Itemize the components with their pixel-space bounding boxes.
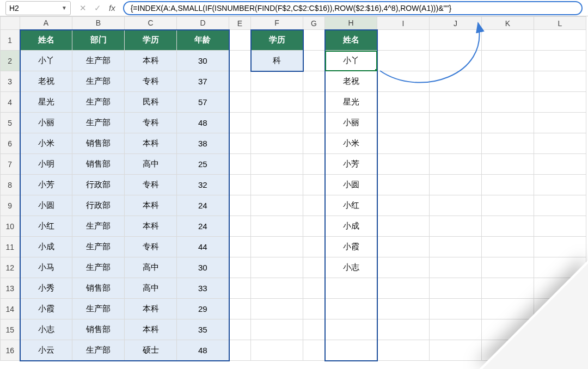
cell-H1[interactable]: 姓名 (325, 30, 377, 51)
cell-F16[interactable] (251, 340, 303, 361)
cell-L4[interactable] (534, 92, 586, 113)
cell-K5[interactable] (482, 113, 534, 133)
cell-D14[interactable]: 29 (177, 299, 229, 319)
cell-A9[interactable]: 小圆 (20, 195, 72, 216)
cell-E9[interactable] (229, 195, 251, 216)
cell-J2[interactable] (430, 51, 482, 71)
cell-A16[interactable]: 小云 (20, 340, 72, 361)
cell-D9[interactable]: 24 (177, 195, 229, 216)
cell-L16[interactable] (534, 340, 586, 361)
cell-C2[interactable]: 本科 (125, 51, 177, 71)
cell-G14[interactable] (303, 299, 325, 319)
cell-C6[interactable]: 本科 (125, 133, 177, 154)
cell-A12[interactable]: 小马 (20, 257, 72, 278)
cell-I9[interactable] (377, 195, 430, 216)
cell-H16[interactable] (325, 340, 377, 361)
cell-F9[interactable] (251, 195, 303, 216)
cell-G4[interactable] (303, 92, 325, 113)
cell-H15[interactable] (325, 319, 377, 340)
row-head-7[interactable]: 7 (1, 154, 20, 175)
cell-C10[interactable]: 本科 (125, 216, 177, 237)
cell-J11[interactable] (430, 237, 482, 257)
cell-E5[interactable] (229, 113, 251, 133)
cell-I11[interactable] (377, 237, 430, 257)
cell-C1[interactable]: 学历 (125, 30, 177, 51)
cell-C5[interactable]: 专科 (125, 113, 177, 133)
cell-E2[interactable] (229, 51, 251, 71)
cell-L15[interactable] (534, 319, 586, 340)
cell-L9[interactable] (534, 195, 586, 216)
cell-K11[interactable] (482, 237, 534, 257)
cell-E3[interactable] (229, 71, 251, 92)
cell-I6[interactable] (377, 133, 430, 154)
worksheet[interactable]: A B C D E F G H I J K L 1 姓名 部门 学历 年龄 学历… (0, 16, 588, 361)
cell-D13[interactable]: 33 (177, 278, 229, 299)
cell-B2[interactable]: 生产部 (72, 51, 125, 71)
cell-K14[interactable] (482, 299, 534, 319)
cell-B12[interactable]: 生产部 (72, 257, 125, 278)
col-head-G[interactable]: G (303, 17, 325, 30)
cell-E6[interactable] (229, 133, 251, 154)
cell-A2[interactable]: 小丫 (20, 51, 72, 71)
cell-G16[interactable] (303, 340, 325, 361)
cell-A7[interactable]: 小明 (20, 154, 72, 175)
cell-G7[interactable] (303, 154, 325, 175)
cell-J7[interactable] (430, 154, 482, 175)
row-head-13[interactable]: 13 (1, 278, 20, 299)
cell-A8[interactable]: 小芳 (20, 175, 72, 195)
cell-B11[interactable]: 生产部 (72, 237, 125, 257)
cell-H5[interactable]: 小丽 (325, 113, 377, 133)
cell-L14[interactable] (534, 299, 586, 319)
cell-J16[interactable] (430, 340, 482, 361)
col-head-J[interactable]: J (430, 17, 482, 30)
cell-F5[interactable] (251, 113, 303, 133)
cell-D15[interactable]: 35 (177, 319, 229, 340)
row-head-16[interactable]: 16 (1, 340, 20, 361)
cell-C4[interactable]: 民科 (125, 92, 177, 113)
col-head-K[interactable]: K (482, 17, 534, 30)
row-head-4[interactable]: 4 (1, 92, 20, 113)
col-head-H[interactable]: H (325, 17, 377, 30)
cell-D11[interactable]: 44 (177, 237, 229, 257)
name-box[interactable]: H2 ▼ (5, 1, 71, 15)
cell-D6[interactable]: 38 (177, 133, 229, 154)
cell-C9[interactable]: 本科 (125, 195, 177, 216)
cell-E11[interactable] (229, 237, 251, 257)
cell-L5[interactable] (534, 113, 586, 133)
row-head-6[interactable]: 6 (1, 133, 20, 154)
cell-B13[interactable]: 销售部 (72, 278, 125, 299)
cell-G12[interactable] (303, 257, 325, 278)
cell-H2[interactable]: 小丫 (325, 51, 377, 71)
cell-E7[interactable] (229, 154, 251, 175)
cell-I10[interactable] (377, 216, 430, 237)
cell-I3[interactable] (377, 71, 430, 92)
cell-K2[interactable] (482, 51, 534, 71)
confirm-icon[interactable]: ✓ (94, 3, 101, 13)
cell-F8[interactable] (251, 175, 303, 195)
col-head-F[interactable]: F (251, 17, 303, 30)
cell-I16[interactable] (377, 340, 430, 361)
row-head-12[interactable]: 12 (1, 257, 20, 278)
cell-F13[interactable] (251, 278, 303, 299)
cell-D3[interactable]: 37 (177, 71, 229, 92)
cell-I5[interactable] (377, 113, 430, 133)
cell-F6[interactable] (251, 133, 303, 154)
cell-F10[interactable] (251, 216, 303, 237)
cell-K12[interactable] (482, 257, 534, 278)
cell-B6[interactable]: 销售部 (72, 133, 125, 154)
cell-H13[interactable] (325, 278, 377, 299)
row-head-9[interactable]: 9 (1, 195, 20, 216)
cell-E1[interactable] (229, 30, 251, 51)
cell-B10[interactable]: 生产部 (72, 216, 125, 237)
cell-J14[interactable] (430, 299, 482, 319)
cell-I4[interactable] (377, 92, 430, 113)
cell-H6[interactable]: 小米 (325, 133, 377, 154)
cell-K3[interactable] (482, 71, 534, 92)
cell-E4[interactable] (229, 92, 251, 113)
cell-L13[interactable] (534, 278, 586, 299)
cell-K10[interactable] (482, 216, 534, 237)
cell-L12[interactable] (534, 257, 586, 278)
cell-I8[interactable] (377, 175, 430, 195)
cell-J12[interactable] (430, 257, 482, 278)
col-head-B[interactable]: B (72, 17, 125, 30)
